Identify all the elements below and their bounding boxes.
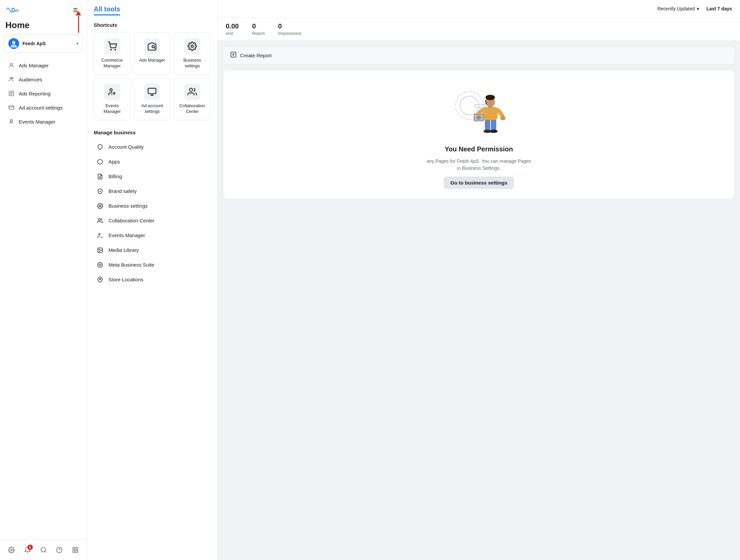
manage-item-meta-business-suite[interactable]: Meta Business Suite bbox=[94, 258, 211, 272]
manage-item-business-settings[interactable]: Business settings bbox=[94, 199, 211, 213]
manage-item-apps[interactable]: Apps bbox=[94, 155, 211, 169]
sidebar-item-label: Ad account settings bbox=[19, 105, 63, 111]
manage-item-brand-safety[interactable]: Brand safety bbox=[94, 184, 211, 198]
sidebar-item-label: Ads Reporting bbox=[19, 91, 51, 96]
expand-button[interactable] bbox=[69, 544, 81, 556]
svg-point-37 bbox=[98, 262, 103, 267]
manage-item-collaboration-center[interactable]: Collaboration Center bbox=[94, 214, 211, 228]
svg-point-53 bbox=[486, 95, 495, 100]
manage-item-media-library[interactable]: Media Library bbox=[94, 243, 211, 257]
sidebar-item-label: Events Manager bbox=[19, 119, 55, 125]
settings-button[interactable] bbox=[5, 544, 17, 556]
svg-point-56 bbox=[500, 116, 506, 120]
sidebar-item-events-manager[interactable]: Events Manager bbox=[3, 115, 84, 128]
stats-bar: 0.00 end 0 Reach 0 Impressions bbox=[218, 18, 740, 41]
shortcut-label: Commerce Manager bbox=[97, 58, 127, 69]
events-manager-icon bbox=[8, 118, 15, 125]
recently-updated-filter[interactable]: Recently Updated ▾ bbox=[654, 4, 702, 13]
svg-point-2 bbox=[10, 63, 12, 65]
svg-point-26 bbox=[110, 88, 112, 91]
manage-item-label: Account Quality bbox=[108, 144, 144, 150]
collaboration-center-icon bbox=[96, 217, 104, 224]
ads-reporting-icon bbox=[8, 90, 15, 97]
business-settings-icon bbox=[184, 38, 200, 54]
svg-point-13 bbox=[11, 549, 12, 551]
sidebar: eta ☰ Home Feedr ApS ▾ bbox=[0, 0, 87, 560]
sidebar-item-ads-manager[interactable]: Ads Manager bbox=[3, 59, 84, 72]
manage-item-label: Business settings bbox=[108, 203, 148, 209]
svg-rect-28 bbox=[148, 88, 156, 93]
shortcut-collaboration-center[interactable]: Collaboration Center bbox=[174, 78, 211, 120]
shortcut-ad-account-settings[interactable]: Ad account settings bbox=[134, 78, 171, 120]
manage-item-account-quality[interactable]: Account Quality bbox=[94, 140, 211, 154]
svg-point-24 bbox=[152, 46, 154, 48]
svg-point-42 bbox=[460, 96, 479, 115]
stat-value: 0 bbox=[278, 22, 302, 30]
shortcut-business-settings[interactable]: Business settings bbox=[174, 32, 211, 75]
svg-line-15 bbox=[45, 551, 46, 553]
avatar bbox=[8, 38, 19, 49]
shortcut-label: Business settings bbox=[177, 58, 207, 69]
all-tools-panel: All tools Shortcuts Commerce Manager bbox=[87, 0, 218, 560]
manage-item-label: Brand safety bbox=[108, 188, 137, 194]
shortcuts-section-title: Shortcuts bbox=[94, 22, 211, 28]
manage-item-events-manager[interactable]: Events Manager bbox=[94, 228, 211, 242]
svg-point-3 bbox=[10, 77, 12, 79]
sidebar-item-ad-account-settings[interactable]: Ad account settings bbox=[3, 101, 84, 114]
shortcut-commerce-manager[interactable]: Commerce Manager bbox=[94, 32, 131, 75]
meta-logo: eta bbox=[5, 7, 19, 13]
svg-point-12 bbox=[10, 120, 12, 122]
sidebar-item-ads-reporting[interactable]: Ads Reporting bbox=[3, 87, 84, 100]
shortcut-label: Events Manager bbox=[97, 103, 127, 115]
manage-item-label: Store Locations bbox=[108, 277, 143, 282]
svg-rect-50 bbox=[483, 107, 498, 120]
business-settings-icon bbox=[96, 202, 104, 210]
last-days-label: Last 7 days bbox=[707, 6, 732, 11]
all-tools-title[interactable]: All tools bbox=[94, 5, 120, 15]
create-report-label: Create Report bbox=[240, 53, 272, 58]
chevron-icon: ▾ bbox=[76, 41, 78, 46]
stat-label: end bbox=[226, 31, 239, 36]
svg-point-29 bbox=[190, 88, 193, 91]
audiences-icon bbox=[8, 76, 15, 83]
ad-account-settings-icon bbox=[144, 84, 160, 100]
account-quality-icon bbox=[96, 143, 104, 151]
svg-point-36 bbox=[99, 249, 99, 250]
svg-rect-18 bbox=[73, 548, 75, 550]
manage-business-list: Account Quality Apps Billing bbox=[94, 140, 211, 287]
main-top-bar: Recently Updated ▾ Last 7 days bbox=[218, 0, 740, 18]
account-selector[interactable]: Feedr ApS ▾ bbox=[4, 34, 83, 53]
help-button[interactable] bbox=[53, 544, 65, 556]
permission-title: You Need Permission bbox=[445, 145, 513, 153]
stat-reach: 0 Reach bbox=[252, 22, 265, 36]
manage-item-store-locations[interactable]: Store Locations bbox=[94, 273, 211, 287]
page-title: Home bbox=[0, 19, 87, 34]
shortcut-events-manager[interactable]: Events Manager bbox=[94, 78, 131, 120]
svg-text:eta: eta bbox=[15, 8, 19, 12]
permission-text: any Pages for Feedr ApS. You can manage … bbox=[425, 158, 532, 172]
go-to-business-settings-button[interactable]: Go to business settings bbox=[444, 177, 514, 189]
meta-business-suite-icon bbox=[96, 261, 104, 269]
search-button[interactable] bbox=[38, 544, 50, 556]
stat-impressions: 0 Impressions bbox=[278, 22, 302, 36]
manage-item-billing[interactable]: Billing bbox=[94, 169, 211, 184]
brand-safety-icon bbox=[96, 188, 104, 195]
events-manager-icon bbox=[104, 84, 120, 100]
stat-spend: 0.00 end bbox=[226, 22, 239, 36]
nav-menu: Ads Manager Audiences Ads Reporting bbox=[0, 57, 87, 540]
notifications-button[interactable]: 5 bbox=[21, 544, 33, 556]
manage-item-label: Apps bbox=[108, 159, 120, 164]
svg-point-38 bbox=[99, 264, 101, 266]
commerce-manager-icon bbox=[104, 38, 120, 54]
manage-item-label: Events Manager bbox=[108, 232, 145, 238]
main-content: Recently Updated ▾ Last 7 days 0.00 end … bbox=[218, 0, 740, 560]
shortcut-label: Ads Manager bbox=[139, 58, 165, 63]
permission-illustration bbox=[445, 80, 512, 141]
create-report-bar[interactable]: Create Report bbox=[223, 46, 735, 65]
shortcut-ads-manager[interactable]: Ads Manager bbox=[134, 32, 171, 75]
dropdown-chevron-icon: ▾ bbox=[697, 6, 699, 11]
svg-point-39 bbox=[99, 278, 101, 280]
sidebar-item-audiences[interactable]: Audiences bbox=[3, 73, 84, 86]
collaboration-center-icon bbox=[184, 84, 200, 100]
account-name: Feedr ApS bbox=[22, 41, 73, 46]
